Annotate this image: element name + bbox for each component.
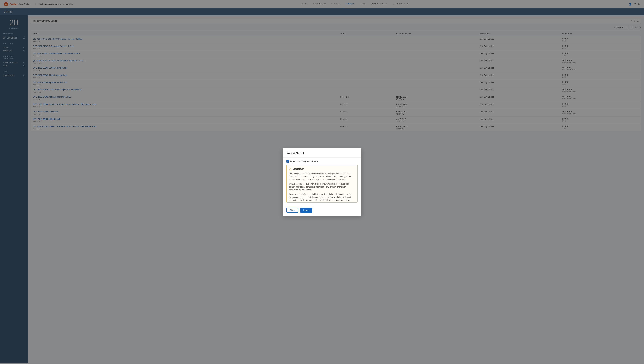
modal-header: Import Script <box>283 149 361 158</box>
import-button[interactable]: Import <box>300 208 312 212</box>
import-script-modal: Import Script Import script in approved … <box>283 149 361 216</box>
disclaimer-text: The Custom Assessment and Remediation ut… <box>289 172 355 203</box>
checkbox-row: Import script in approved state <box>286 160 358 163</box>
disclaimer-title: Disclaimer <box>292 168 304 170</box>
disclaimer-header: △ Disclaimer <box>289 167 355 171</box>
checkbox-label[interactable]: Import script in approved state <box>290 160 318 163</box>
warning-triangle-icon: △ <box>289 167 291 171</box>
disclaimer-box[interactable]: △ Disclaimer The Custom Assessment and R… <box>286 165 358 203</box>
modal-body: Import script in approved state △ Discla… <box>283 158 361 205</box>
approved-state-checkbox[interactable] <box>286 160 289 163</box>
modal-footer: Close Import <box>283 205 361 216</box>
modal-title: Import Script <box>286 152 304 155</box>
modal-overlay: Import Script Import script in approved … <box>0 0 644 363</box>
close-button[interactable]: Close <box>286 208 298 212</box>
